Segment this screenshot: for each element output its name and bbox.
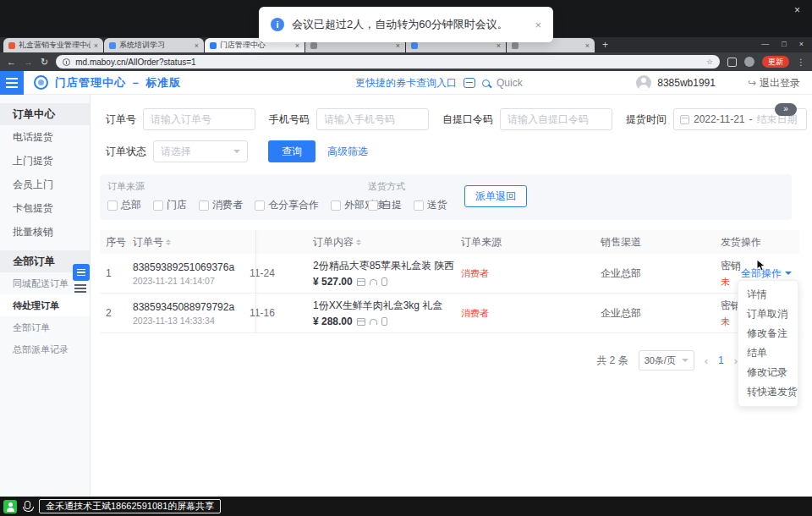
menu-item-edit-remark[interactable]: 修改备注 xyxy=(738,324,798,343)
menu-hamburger-button[interactable] xyxy=(0,71,24,95)
logout-button[interactable]: ↪ 退出登录 xyxy=(748,76,800,91)
header-order-content[interactable]: 订单内容 xyxy=(313,235,461,250)
url-text: md.maboy.cn/AllOrder?status=1 xyxy=(75,58,701,67)
sidebar-item-all-orders[interactable]: 全部订单 xyxy=(0,316,90,338)
tab-close-icon[interactable]: × xyxy=(396,41,400,50)
browser-tab[interactable]: 系统培训学习 × xyxy=(104,38,204,52)
coupon-query-link[interactable]: 更快捷的券卡查询入口 xyxy=(355,76,457,91)
overlay-close-icon[interactable]: × xyxy=(794,4,800,16)
browser-menu-icon[interactable]: ⋮ xyxy=(797,58,805,67)
tab-favicon xyxy=(109,42,116,49)
dispatch-return-button[interactable]: 派单退回 xyxy=(464,185,527,207)
phone-label: 手机号码 xyxy=(269,113,310,127)
pickup-code-input[interactable] xyxy=(500,108,612,130)
sidebar-item-hq-dispatch-records[interactable]: 总部派单记录 xyxy=(0,338,90,360)
sidebar-item-door-pickup[interactable]: 上门提货 xyxy=(0,149,90,173)
collapse-panel-button[interactable]: » xyxy=(775,103,797,116)
checkbox-source-hq[interactable]: 总部 xyxy=(107,198,141,212)
menu-item-cancel-order[interactable]: 订单取消 xyxy=(738,305,798,324)
app-logo-icon xyxy=(34,75,48,90)
extensions-icon[interactable] xyxy=(727,58,737,67)
sidebar-toggle-button[interactable] xyxy=(73,264,90,281)
menu-item-express-ship[interactable]: 转快递发货 xyxy=(738,382,798,402)
window-close-icon[interactable]: × xyxy=(799,40,804,48)
tab-close-icon[interactable]: × xyxy=(94,41,98,50)
menu-item-edit-records[interactable]: 修改记录 xyxy=(738,363,798,382)
search-icon[interactable] xyxy=(482,80,490,87)
advanced-filter-link[interactable]: 高级筛选 xyxy=(327,145,368,159)
tab-close-icon[interactable]: × xyxy=(195,41,199,50)
order-status-select[interactable]: 请选择 xyxy=(153,140,248,162)
refresh-icon[interactable]: ↻ xyxy=(41,58,48,67)
toast-close-icon[interactable]: × xyxy=(535,19,541,31)
new-tab-button[interactable]: + xyxy=(602,39,608,51)
username-text[interactable]: 8385wb1991 xyxy=(657,77,716,89)
browser-update-badge[interactable]: 更新 xyxy=(762,56,789,68)
sidebar-item-card-pickup[interactable]: 卡包提货 xyxy=(0,196,90,220)
back-icon[interactable]: ← xyxy=(7,58,16,67)
order-source-group-label: 订单来源 xyxy=(107,180,368,193)
checkbox-label: 自提 xyxy=(381,198,402,212)
orders-table: 序号 订单号 订单内容 订单来源 销售渠道 发货 操作 1 8385938925… xyxy=(100,230,799,333)
microphone-icon[interactable] xyxy=(25,501,30,509)
order-status-label: 订单状态 xyxy=(106,145,146,159)
table-header-row: 序号 订单号 订单内容 订单来源 销售渠道 发货 操作 xyxy=(100,230,799,254)
checkbox-label: 门店 xyxy=(167,198,187,212)
phone-input[interactable] xyxy=(316,108,429,130)
header-order-no[interactable]: 订单号 xyxy=(133,235,250,250)
forward-icon[interactable]: → xyxy=(24,58,33,67)
sidebar-section-order-center[interactable]: 订单中心 xyxy=(0,103,90,125)
sidebar-item-pending-orders[interactable]: 待处理订单 xyxy=(0,294,90,316)
cell-order-source: 消费者 xyxy=(461,267,601,280)
select-placeholder: 请选择 xyxy=(161,145,191,159)
coupon-icon[interactable] xyxy=(464,78,475,88)
bookmark-star-icon[interactable]: ☆ xyxy=(706,58,713,66)
quick-search-label[interactable]: Quick xyxy=(497,77,523,89)
address-bar[interactable]: md.maboy.cn/AllOrder?status=1 ☆ xyxy=(56,55,720,69)
browser-tab[interactable]: 礼盒营销专业管理中心 × xyxy=(3,38,103,52)
prev-page-button[interactable]: ‹ xyxy=(705,354,708,367)
tab-close-icon[interactable]: × xyxy=(585,41,590,50)
tab-favicon xyxy=(8,42,15,49)
checkbox-source-warehouse-share[interactable]: 仓分享合作 xyxy=(255,198,319,212)
checkbox-delivery-selfpickup[interactable]: 自提 xyxy=(368,198,402,212)
checkbox-label: 仓分享合作 xyxy=(268,198,319,212)
checkbox-delivery-deliver[interactable]: 送货 xyxy=(414,198,447,212)
page-size-value: 30条/页 xyxy=(645,354,676,367)
sidebar-item-phone-pickup[interactable]: 电话提货 xyxy=(0,125,90,149)
tab-favicon xyxy=(411,42,418,49)
sidebar: 订单中心 电话提货 上门提货 会员上门 卡包提货 批量核销 全部订单 同城配送订… xyxy=(0,95,91,497)
site-info-icon[interactable] xyxy=(63,58,70,66)
menu-item-details[interactable]: 详情 xyxy=(738,285,798,305)
checkbox-source-consumer[interactable]: 消费者 xyxy=(199,198,243,212)
order-no-input[interactable] xyxy=(143,108,255,130)
pagination: 共 2 条 30条/页 ‹ 1 › xyxy=(91,350,738,371)
search-button[interactable]: 查询 xyxy=(268,140,315,162)
sort-icon[interactable] xyxy=(356,237,361,248)
phone-icon xyxy=(381,317,387,326)
cell-order-no: 83859345088979792a 2023-11-13 14:33:34 xyxy=(133,301,250,326)
sidebar-item-member-visit[interactable]: 会员上门 xyxy=(0,173,90,196)
info-icon: i xyxy=(271,18,284,31)
sidebar-item-batch-verify[interactable]: 批量核销 xyxy=(0,220,90,244)
gift-icon xyxy=(357,278,365,286)
tab-favicon xyxy=(210,42,217,49)
browser-profile-avatar[interactable] xyxy=(744,57,754,67)
order-no-label: 订单号 xyxy=(106,113,136,127)
sort-icon[interactable] xyxy=(166,237,171,248)
checkbox-icon xyxy=(414,200,424,211)
window-maximize-icon[interactable]: □ xyxy=(782,40,786,48)
menu-item-close-order[interactable]: 结单 xyxy=(738,343,798,363)
all-actions-dropdown-button[interactable]: 全部操作 xyxy=(741,266,799,281)
sidebar-hamburger-icon[interactable] xyxy=(74,284,86,293)
browser-toolbar: ← → ↻ md.maboy.cn/AllOrder?status=1 ☆ 更新… xyxy=(0,52,812,71)
window-minimize-icon[interactable]: — xyxy=(761,40,769,48)
tab-close-icon[interactable]: × xyxy=(295,41,299,50)
screen: × 礼盒营销专业管理中心 × 系统培训学习 × 门店管理中心 × × × xyxy=(0,0,812,516)
current-page-button[interactable]: 1 xyxy=(718,354,724,366)
logout-label: 退出登录 xyxy=(760,76,800,91)
page-size-select[interactable]: 30条/页 xyxy=(639,350,694,371)
tab-close-icon[interactable]: × xyxy=(497,41,501,50)
checkbox-source-store[interactable]: 门店 xyxy=(153,198,187,212)
header-shipping: 发货 xyxy=(721,235,741,250)
